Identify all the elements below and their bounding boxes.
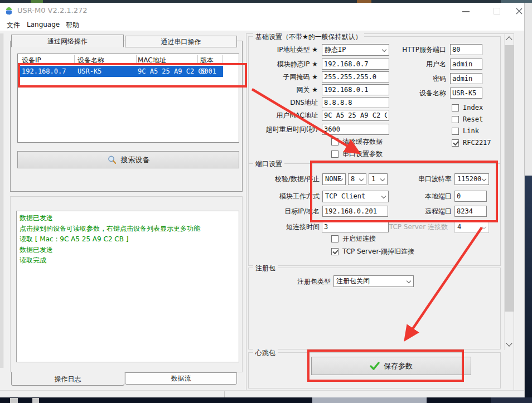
work-mode-select[interactable]: TCP Client — [322, 191, 389, 202]
menu-item-file[interactable]: 文件 — [7, 21, 20, 30]
column-separator — [197, 55, 198, 65]
column-header-mac[interactable]: MAC地址 — [138, 56, 166, 65]
check-icon — [370, 362, 380, 371]
data-bits-value: 8 — [351, 175, 355, 183]
close-button[interactable] — [515, 7, 523, 15]
work-mode-label: 模块工作方式 — [248, 191, 320, 202]
kick-old-conn-checkbox[interactable] — [331, 248, 338, 255]
column-header-ip[interactable]: 设备IP — [22, 56, 41, 65]
column-header-version[interactable]: 版本 — [200, 56, 214, 65]
registration-type-value: 注册包关闭 — [336, 277, 370, 285]
gateway-field[interactable] — [322, 84, 389, 95]
save-params-label: 保存参数 — [384, 361, 413, 371]
reset-checkbox[interactable] — [452, 116, 459, 123]
background-bottom-strip-segment — [312, 397, 427, 403]
stop-bits-select[interactable]: 1 — [369, 173, 388, 185]
scroll-up-arrow-icon[interactable] — [506, 36, 512, 42]
baud-rate-value: 115200 — [457, 175, 481, 183]
baud-rate-select[interactable]: 115200 — [454, 173, 489, 185]
rfc2217-label: RFC2217 — [463, 139, 491, 147]
user-mac-label: 用户MAC地址 — [231, 110, 318, 121]
dns-field[interactable] — [322, 97, 389, 108]
http-port-field[interactable] — [450, 44, 482, 55]
background-bottom-strip-segment — [10, 398, 18, 403]
registration-type-label: 注册包类型 — [259, 276, 331, 287]
background-right-edge — [525, 3, 532, 176]
tcp-server-conns-label: TCP Server 连接数 — [374, 221, 448, 232]
tab-serial-operation-label: 通过串口操作 — [161, 38, 201, 46]
log-line: 数据已发送 — [20, 213, 236, 224]
short-conn-checkbox[interactable] — [331, 235, 338, 242]
column-separator — [136, 55, 137, 65]
short-conn-label: 开启短连接 — [342, 235, 376, 243]
tab-network-operation-label: 通过网络操作 — [47, 37, 88, 45]
tab-network-operation[interactable]: 通过网络操作 — [11, 35, 124, 47]
column-header-name[interactable]: 设备名称 — [78, 56, 104, 65]
gateway-label: 网关 ★ — [231, 84, 318, 95]
parity-data-stop-label: 校验/数据/停止 — [248, 173, 320, 184]
registration-type-select[interactable]: 注册包关闭 — [333, 275, 414, 287]
local-port-label: 本地端口 — [397, 191, 452, 202]
log-line: 点击搜到的设备可读取参数，右键点击设备列表显示更多功能 — [20, 224, 236, 234]
background-left-edge — [0, 33, 3, 368]
tcp-server-conns-value: 4 — [457, 223, 461, 231]
tab-data-stream-label: 数据流 — [171, 375, 191, 382]
link-checkbox[interactable] — [452, 128, 459, 135]
menu-bar: 文件 Language 帮助 — [0, 18, 524, 31]
save-params-button[interactable]: 保存参数 — [311, 357, 471, 375]
subnet-mask-field[interactable] — [322, 71, 389, 82]
minimize-button[interactable] — [462, 7, 470, 15]
ip-type-select[interactable]: 静态IP — [322, 44, 389, 56]
restart-timeout-label: 超时重启时间(秒) — [231, 124, 318, 135]
username-field[interactable] — [450, 59, 482, 70]
target-ip-field[interactable] — [322, 206, 388, 217]
tab-data-stream[interactable]: 数据流 — [125, 372, 237, 385]
data-bits-select[interactable]: 8 — [348, 173, 366, 185]
device-ip: 192.168.0.7 — [22, 67, 66, 75]
chevron-down-icon — [482, 177, 486, 181]
log-line: 读取 [ Mac : 9C A5 25 A9 C2 CB ] — [20, 234, 236, 245]
clear-cache-checkbox[interactable] — [331, 138, 338, 145]
http-port-label: HTTP服务端口 — [390, 44, 446, 55]
registration-title: 注册包 — [253, 264, 278, 273]
index-checkbox[interactable] — [452, 104, 459, 111]
device-row-selected[interactable]: 192.168.0.7 USR-K5 9C A5 25 A9 C2 CB 600… — [18, 66, 223, 77]
user-mac-field[interactable] — [322, 110, 389, 121]
serial-setup-checkbox[interactable] — [331, 150, 338, 158]
tab-operation-log[interactable]: 操作日志 — [11, 372, 124, 386]
kick-old-conn-label: TCP Server-踢掉旧连接 — [342, 247, 414, 256]
local-port-field[interactable] — [454, 191, 487, 202]
device-name: USR-K5 — [78, 67, 101, 75]
static-ip-label: 模块静态IP ★ — [231, 59, 318, 70]
search-device-button[interactable]: 搜索设备 — [17, 151, 239, 168]
scroll-down-arrow-icon[interactable] — [506, 340, 512, 346]
menu-item-language[interactable]: Language — [27, 21, 60, 28]
device-version: 6001 — [200, 67, 216, 75]
port-settings-title: 端口设置 — [253, 159, 284, 169]
device-name-field[interactable] — [450, 88, 482, 99]
tab-serial-operation[interactable]: 通过串口操作 — [125, 36, 237, 47]
password-field[interactable] — [450, 73, 482, 84]
log-line: 数据已发送 — [20, 245, 236, 255]
rfc2217-checkbox[interactable] — [452, 139, 459, 147]
app-icon — [4, 6, 13, 15]
index-label: Index — [463, 104, 483, 112]
static-ip-field[interactable] — [322, 59, 389, 70]
chevron-down-icon — [407, 279, 411, 283]
log-box[interactable]: 数据已发送 点击搜到的设备可读取参数，右键点击设备列表显示更多功能 读取 [ M… — [16, 211, 239, 362]
remote-port-label: 远程端口 — [397, 206, 452, 217]
scrollbar-thumb[interactable] — [505, 45, 514, 312]
ip-type-value: 静态IP — [325, 46, 346, 54]
restart-timeout-field[interactable] — [322, 124, 389, 135]
ip-type-label: IP地址类型 ★ — [231, 44, 318, 55]
menu-item-help[interactable]: 帮助 — [66, 21, 79, 30]
background-right-edge — [525, 176, 532, 403]
settings-scrollbar[interactable] — [504, 34, 514, 350]
subnet-mask-label: 子网掩码 ★ — [231, 71, 318, 82]
chevron-down-icon — [381, 194, 386, 198]
username-label: 用户名 — [390, 59, 446, 70]
parity-select[interactable]: NONE — [322, 173, 346, 185]
remote-port-field[interactable] — [454, 206, 487, 217]
device-mac: 9C A5 25 A9 C2 CB — [138, 67, 206, 75]
maximize-button[interactable] — [493, 7, 501, 15]
